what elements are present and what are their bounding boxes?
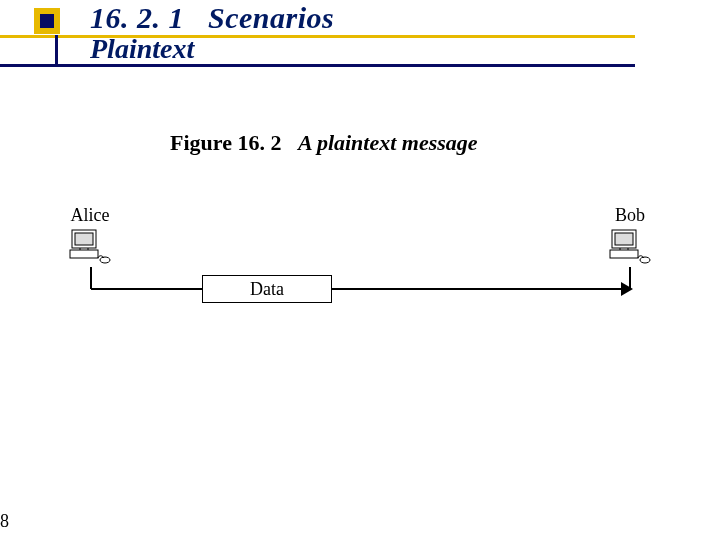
svg-rect-2	[70, 250, 98, 258]
slide-root: 16. 2. 1 Scenarios Plaintext Figure 16. …	[0, 0, 720, 540]
svg-rect-8	[610, 250, 638, 258]
receiver-node: Bob	[600, 205, 660, 266]
payload-box: Data	[202, 275, 332, 303]
figure-caption: Figure 16. 2 A plaintext message	[170, 130, 478, 156]
header-bullet-icon	[34, 8, 60, 34]
computer-icon	[608, 228, 652, 266]
sender-node: Alice	[60, 205, 120, 266]
section-heading: 16. 2. 1 Scenarios	[90, 1, 334, 35]
arrow-right-icon	[621, 282, 633, 296]
svg-rect-1	[75, 233, 93, 245]
section-subheading: Plaintext	[90, 33, 194, 65]
section-number: 16. 2. 1	[90, 1, 184, 34]
sender-stem-line	[90, 267, 92, 289]
section-title: Scenarios	[208, 1, 334, 34]
header-line-vertical	[55, 35, 58, 67]
figure-title: A plaintext message	[298, 130, 478, 155]
svg-rect-7	[615, 233, 633, 245]
receiver-label: Bob	[600, 205, 660, 226]
figure-number: Figure 16. 2	[170, 130, 281, 155]
svg-point-5	[100, 257, 110, 263]
page-number: 8	[0, 511, 9, 532]
channel-line	[91, 288, 629, 290]
sender-label: Alice	[60, 205, 120, 226]
svg-point-11	[640, 257, 650, 263]
figure-diagram: Alice Bob	[60, 205, 660, 335]
computer-icon	[68, 228, 112, 266]
